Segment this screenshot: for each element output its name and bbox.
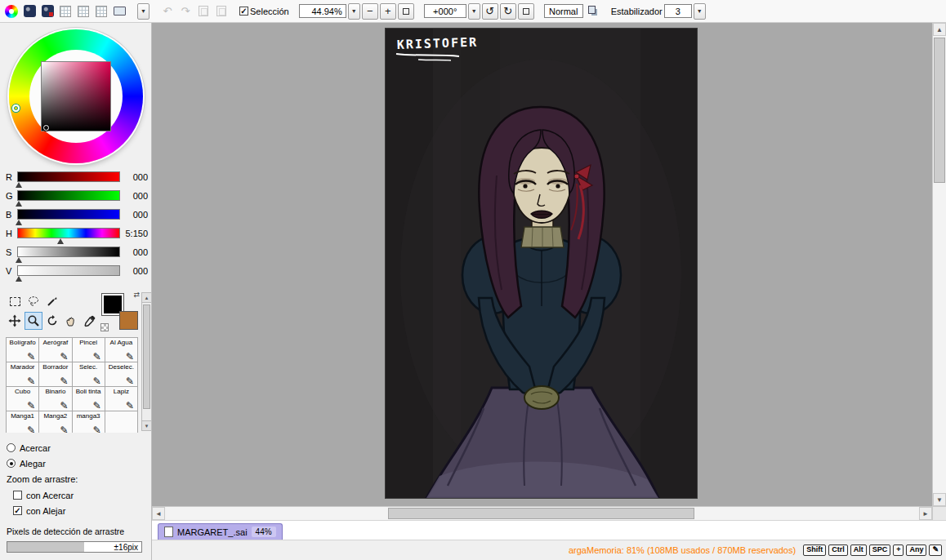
angle-reset-button[interactable]: [518, 3, 534, 20]
key-alt[interactable]: Alt: [850, 544, 867, 556]
tools-scroll-up-button[interactable]: ▲: [142, 293, 151, 303]
tool-cell-empty[interactable]: [105, 411, 138, 433]
horizontal-scroll-thumb[interactable]: [388, 508, 694, 519]
undo-button[interactable]: ↶: [159, 3, 176, 20]
blend-mode-select[interactable]: Normal: [544, 4, 583, 18]
swatches-panel-button[interactable]: [57, 3, 74, 20]
drag-pixels-slider[interactable]: ±16pix: [7, 541, 142, 553]
eyedropper-tool-button[interactable]: [81, 312, 99, 330]
red-slider[interactable]: [17, 171, 120, 182]
tool-cell-bolitinta[interactable]: Boli tinta✎: [73, 387, 105, 411]
scroll-up-button[interactable]: ▲: [933, 23, 946, 36]
custom-mixer-panel-button[interactable]: [39, 3, 56, 20]
horizontal-scrollbar[interactable]: ◄ ►: [152, 506, 946, 520]
panels-grid-button[interactable]: [93, 3, 109, 20]
pen-pressure-key[interactable]: ✎: [929, 544, 942, 556]
tool-cell-binario[interactable]: Binario✎: [39, 387, 72, 411]
drag-zoom-out-row[interactable]: ✓ con Alejar: [13, 503, 151, 518]
tool-cell-lapiz[interactable]: Lapiz✎: [105, 387, 138, 411]
tool-cell-selec[interactable]: Selec.✎: [73, 362, 105, 387]
key-spc[interactable]: SPC: [869, 544, 891, 556]
cut-selection-button[interactable]: [195, 3, 212, 20]
zoom-in-button[interactable]: +: [380, 3, 396, 20]
zoom-out-option-row[interactable]: Alegar: [7, 456, 151, 471]
move-tool-button[interactable]: [6, 312, 24, 330]
toolbar-more-dropdown-button[interactable]: ▼: [137, 3, 149, 20]
zoom-dropdown-button[interactable]: ▼: [348, 3, 360, 20]
tools-scrollbar[interactable]: ▲ ▼: [141, 292, 152, 431]
tool-cell-manga1[interactable]: Manga1✎: [7, 411, 39, 433]
hue-cursor[interactable]: [12, 104, 20, 112]
zoom-field[interactable]: 44.94%: [299, 4, 346, 18]
saturation-slider[interactable]: [17, 247, 120, 257]
tool-cell-alagua[interactable]: Al Agua✎: [105, 338, 138, 362]
hand-tool-button[interactable]: [62, 312, 80, 330]
saturation-value-cursor[interactable]: [43, 125, 49, 131]
scroll-down-button[interactable]: ▼: [933, 493, 946, 506]
tool-cell-aerografo[interactable]: Aerógraf✎: [39, 338, 72, 362]
swap-colors-icon[interactable]: ⇄: [133, 291, 140, 299]
tools-scroll-thumb[interactable]: [143, 304, 150, 409]
secondary-color-swatch[interactable]: [119, 311, 138, 330]
color-mixer-panel-button[interactable]: [21, 3, 38, 20]
key-shift[interactable]: Shift: [803, 544, 826, 556]
drag-zoom-out-checkbox[interactable]: ✓: [13, 506, 22, 515]
empty-tool-slot-2[interactable]: [81, 292, 99, 310]
tool-cell-deselec[interactable]: Deselec.✎: [105, 362, 138, 387]
canvas-document[interactable]: KRISTOFER: [386, 29, 697, 498]
dpad-key[interactable]: +: [893, 544, 904, 556]
zoom-reset-button[interactable]: [398, 3, 414, 20]
green-slider[interactable]: [17, 190, 120, 201]
key-ctrl[interactable]: Ctrl: [828, 544, 848, 556]
color-wheel-panel-button[interactable]: [3, 3, 20, 20]
horizontal-scroll-track[interactable]: [165, 507, 919, 520]
zoom-out-radio[interactable]: [7, 459, 16, 468]
canvas-area[interactable]: KRISTOFER: [152, 23, 932, 506]
rotate-ccw-button[interactable]: ↺: [482, 3, 498, 20]
color-wheel[interactable]: [7, 28, 145, 165]
angle-field[interactable]: +000°: [424, 4, 466, 18]
redo-button[interactable]: ↷: [177, 3, 194, 20]
copy-selection-button[interactable]: [213, 3, 230, 20]
tools-scroll-down-button[interactable]: ▼: [142, 420, 151, 430]
saturation-value-square[interactable]: [41, 61, 111, 131]
lasso-tool-button[interactable]: [25, 292, 42, 310]
drag-zoom-in-checkbox[interactable]: [13, 491, 22, 500]
rotate-cw-button[interactable]: ↻: [500, 3, 516, 20]
tool-cell-borrador[interactable]: Borrador✎: [39, 362, 72, 387]
flip-view-button[interactable]: [585, 3, 601, 20]
tool-cell-manga2[interactable]: Manga2✎: [39, 411, 72, 433]
vertical-scroll-thumb[interactable]: [934, 38, 945, 183]
slider-cursor[interactable]: [16, 257, 22, 263]
stabilizer-dropdown-button[interactable]: ▼: [694, 3, 706, 20]
document-tab[interactable]: MARGARET_.sai 44%: [158, 523, 283, 540]
scroll-right-button[interactable]: ►: [919, 507, 932, 520]
rotate-view-tool-button[interactable]: [43, 312, 61, 330]
zoom-in-option-row[interactable]: Acercar: [7, 440, 151, 456]
tool-cell-marcador[interactable]: Marador✎: [7, 362, 39, 387]
screen-mode-button[interactable]: [111, 3, 127, 20]
vertical-scrollbar[interactable]: ▲ ▼: [932, 23, 946, 506]
tool-cell-manga3[interactable]: manga3✎: [73, 411, 105, 433]
tool-cell-boligrafo[interactable]: Bolígrafo✎: [7, 338, 39, 362]
slider-cursor[interactable]: [16, 182, 22, 188]
rect-select-tool-button[interactable]: [6, 292, 24, 310]
zoom-out-button[interactable]: −: [362, 3, 378, 20]
hue-slider[interactable]: [17, 228, 120, 238]
select-pen-tool-button[interactable]: [43, 292, 61, 310]
slider-cursor[interactable]: [16, 276, 22, 282]
slider-cursor[interactable]: [16, 201, 22, 207]
tool-cell-pincel[interactable]: Pincel✎: [73, 338, 105, 362]
blue-slider[interactable]: [17, 209, 120, 220]
slider-cursor[interactable]: [57, 238, 64, 244]
zoom-tool-button[interactable]: [25, 312, 42, 330]
value-slider[interactable]: [17, 265, 120, 276]
empty-tool-slot-1[interactable]: [62, 292, 80, 310]
scratchpad-panel-button[interactable]: [75, 3, 91, 20]
zoom-in-radio[interactable]: [7, 443, 16, 452]
scroll-left-button[interactable]: ◄: [152, 507, 165, 520]
transparent-color-icon[interactable]: [100, 323, 109, 331]
slider-cursor[interactable]: [16, 220, 22, 225]
tool-cell-cubo[interactable]: Cubo✎: [7, 387, 39, 411]
stabilizer-field[interactable]: 3: [664, 4, 692, 18]
